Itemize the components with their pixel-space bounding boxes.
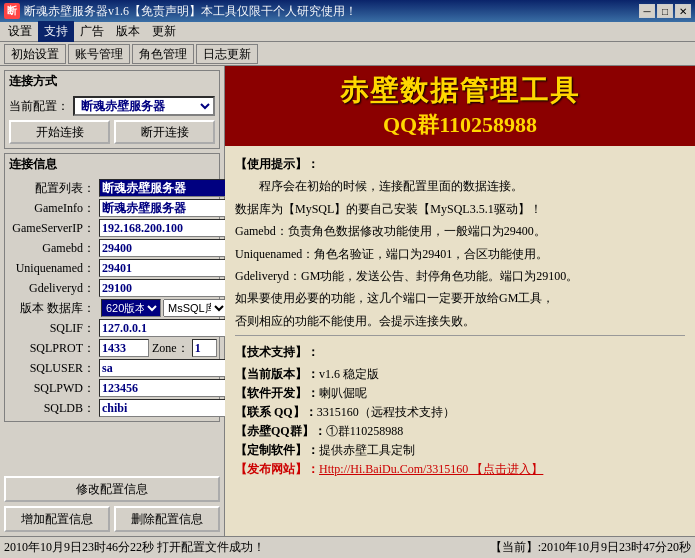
value-zone: 1 <box>192 339 217 357</box>
connect-mode-content: 当前配置： 断魂赤壁服务器 开始连接 断开连接 <box>5 92 219 148</box>
account-manage-button[interactable]: 账号管理 <box>68 44 130 64</box>
tech-label-3: 【赤壁QQ群】： <box>235 422 326 441</box>
value-sqlif: 127.0.0.1 <box>99 319 228 337</box>
modify-config-button[interactable]: 修改配置信息 <box>4 476 220 502</box>
tech-value-3: ①群110258988 <box>326 422 404 441</box>
field-version-db: 版本 数据库： 620版本 MsSQL库 <box>9 299 228 317</box>
connection-info-content: 配置列表： 断魂赤壁服务器 GameInfo： 断魂赤壁服务器 GameServ… <box>5 175 219 421</box>
right-content: 【使用提示】： 程序会在初始的时候，连接配置里面的数据连接。 数据库为【MySQ… <box>225 146 695 536</box>
label-config-list: 配置列表： <box>9 180 99 197</box>
tech-item-4: 【定制软件】： 提供赤壁工具定制 <box>235 441 685 460</box>
value-gameinfo: 断魂赤壁服务器 <box>99 199 228 217</box>
title-bar: 断 断魂赤壁服务器v1.6【免责声明】本工具仅限干个人研究使用！ ─ □ ✕ <box>0 0 695 22</box>
label-sqlprot: SQLPROT： <box>9 340 99 357</box>
current-config-dropdown[interactable]: 断魂赤壁服务器 <box>73 96 215 116</box>
right-header-title: 赤壁数据管理工具 <box>340 72 580 110</box>
tech-item-2: 【联系 QQ】： 3315160（远程技术支持） <box>235 403 685 422</box>
field-gamebd: Gamebd： 29400 <box>9 239 228 257</box>
menu-support[interactable]: 支持 <box>38 21 74 42</box>
field-gdeliveryd: Gdeliveryd： 29100 <box>9 279 228 297</box>
connection-info-section: 连接信息 配置列表： 断魂赤壁服务器 GameInfo： 断魂赤壁服务器 <box>4 153 220 422</box>
bottom-buttons: 修改配置信息 增加配置信息 删除配置信息 <box>4 476 220 532</box>
add-delete-row: 增加配置信息 删除配置信息 <box>4 506 220 532</box>
usage-line-0: 程序会在初始的时候，连接配置里面的数据连接。 <box>235 176 685 196</box>
title-bar-text: 断魂赤壁服务器v1.6【免责声明】本工具仅限干个人研究使用！ <box>24 3 639 20</box>
tech-value-4: 提供赤壁工具定制 <box>319 441 415 460</box>
menu-version[interactable]: 版本 <box>110 21 146 42</box>
zone-label: Zone： <box>149 340 192 357</box>
field-gameserverip: GameServerIP： 192.168.200.100 <box>9 219 228 237</box>
tech-item-1: 【软件开发】： 喇叭倔呢 <box>235 384 685 403</box>
field-uniquenamed: Uniquenamed： 29401 <box>9 259 228 277</box>
delete-config-button[interactable]: 删除配置信息 <box>114 506 220 532</box>
minimize-button[interactable]: ─ <box>639 4 655 18</box>
label-gamebd: Gamebd： <box>9 240 99 257</box>
tech-value-2: 3315160（远程技术支持） <box>317 403 455 422</box>
menu-ads[interactable]: 广告 <box>74 21 110 42</box>
tech-support-header: 【技术支持】： <box>235 342 685 362</box>
usage-tips-header: 【使用提示】： <box>235 154 685 174</box>
maximize-button[interactable]: □ <box>657 4 673 18</box>
tech-item-3: 【赤壁QQ群】： ①群110258988 <box>235 422 685 441</box>
value-sqlpwd: 123456 <box>99 379 228 397</box>
tech-label-1: 【软件开发】： <box>235 384 319 403</box>
menu-bar: 设置 支持 广告 版本 更新 <box>0 22 695 42</box>
add-config-button[interactable]: 增加配置信息 <box>4 506 110 532</box>
current-config-label: 当前配置： <box>9 98 69 115</box>
right-header-qq: QQ群110258988 <box>383 110 537 140</box>
label-gdeliveryd: Gdeliveryd： <box>9 280 99 297</box>
role-manage-button[interactable]: 角色管理 <box>132 44 194 64</box>
label-sqlpwd: SQLPWD： <box>9 380 99 397</box>
usage-line-3: Uniquenamed：角色名验证，端口为29401，合区功能使用。 <box>235 244 685 264</box>
usage-line-6: 否则相应的功能不能使用。会提示连接失败。 <box>235 311 685 331</box>
db-dropdown[interactable]: MsSQL库 <box>163 299 228 317</box>
connection-info-title: 连接信息 <box>5 154 219 175</box>
field-gameinfo: GameInfo： 断魂赤壁服务器 <box>9 199 228 217</box>
field-sqlprot: SQLPROT： 1433 Zone： 1 <box>9 339 228 357</box>
disconnect-button[interactable]: 断开连接 <box>114 120 215 144</box>
field-sqluser: SQLUSER： sa <box>9 359 228 377</box>
menu-settings[interactable]: 设置 <box>2 21 38 42</box>
status-bar: 2010年10月9日23时46分22秒 打开配置文件成功！ 【当前】:2010年… <box>0 536 695 558</box>
tech-value-1: 喇叭倔呢 <box>319 384 367 403</box>
field-sqldb: SQLDB： chibi <box>9 399 228 417</box>
tech-label-5: 【发布网站】： <box>235 460 319 479</box>
right-header: 赤壁数据管理工具 QQ群110258988 <box>225 66 695 146</box>
close-button[interactable]: ✕ <box>675 4 691 18</box>
label-gameserverip: GameServerIP： <box>9 220 99 237</box>
field-config-list: 配置列表： 断魂赤壁服务器 <box>9 179 228 197</box>
app-icon: 断 <box>4 3 20 19</box>
value-gdeliveryd: 29100 <box>99 279 228 297</box>
tech-label-4: 【定制软件】： <box>235 441 319 460</box>
version-dropdown[interactable]: 620版本 <box>101 299 161 317</box>
status-right-text: 【当前】:2010年10月9日23时47分20秒 <box>490 539 691 556</box>
info-grid: 配置列表： 断魂赤壁服务器 GameInfo： 断魂赤壁服务器 GameServ… <box>9 179 215 417</box>
tech-value-5[interactable]: Http://Hi.BaiDu.Com/3315160 【点击进入】 <box>319 460 543 479</box>
connect-btn-row: 开始连接 断开连接 <box>9 120 215 144</box>
status-left-text: 2010年10月9日23时46分22秒 打开配置文件成功！ <box>4 539 490 556</box>
title-bar-buttons: ─ □ ✕ <box>639 4 691 18</box>
value-uniquenamed: 29401 <box>99 259 228 277</box>
value-gameserverip: 192.168.200.100 <box>99 219 228 237</box>
right-panel: 赤壁数据管理工具 QQ群110258988 【使用提示】： 程序会在初始的时候，… <box>225 66 695 536</box>
usage-line-5: 如果要使用必要的功能，这几个端口一定要开放给GM工具， <box>235 288 685 308</box>
field-sqlif: SQLIF： 127.0.0.1 <box>9 319 228 337</box>
label-version: 版本 数据库： <box>9 300 99 317</box>
initial-settings-button[interactable]: 初始设置 <box>4 44 66 64</box>
tech-item-0: 【当前版本】： v1.6 稳定版 <box>235 365 685 384</box>
tech-label-2: 【联系 QQ】： <box>235 403 317 422</box>
usage-line-4: Gdeliveryd：GM功能，发送公告、封停角色功能。端口为29100。 <box>235 266 685 286</box>
label-sqluser: SQLUSER： <box>9 360 99 377</box>
connect-button[interactable]: 开始连接 <box>9 120 110 144</box>
log-update-button[interactable]: 日志更新 <box>196 44 258 64</box>
tech-label-0: 【当前版本】： <box>235 365 319 384</box>
label-sqldb: SQLDB： <box>9 400 99 417</box>
usage-line-2: Gamebd：负责角色数据修改功能使用，一般端口为29400。 <box>235 221 685 241</box>
value-sqldb: chibi <box>99 399 228 417</box>
label-uniquenamed: Uniquenamed： <box>9 260 99 277</box>
toolbar: 初始设置 账号管理 角色管理 日志更新 <box>0 42 695 66</box>
left-panel: 连接方式 当前配置： 断魂赤壁服务器 开始连接 断开连接 连接信息 <box>0 66 225 536</box>
value-gamebd: 29400 <box>99 239 228 257</box>
menu-update[interactable]: 更新 <box>146 21 182 42</box>
value-sqluser: sa <box>99 359 228 377</box>
